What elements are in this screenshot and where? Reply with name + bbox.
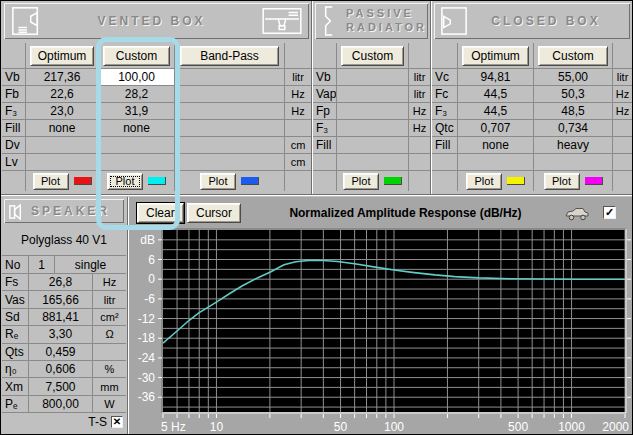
table-row: Fp Hz — [313, 103, 430, 120]
custom-value-cell[interactable]: none — [99, 120, 175, 137]
panel-closed-box: CLOSED BOX Optimum Custom Vc 94,81 55,00… — [432, 1, 632, 194]
optimum-value-cell: 94,81 — [458, 69, 534, 86]
table-row: Pₑ 800,00 W — [2, 396, 126, 413]
table-row: Vc 94,81 55,00 litr — [432, 69, 632, 86]
unit-cell: Hz — [285, 103, 311, 120]
row-label: No — [2, 256, 29, 274]
plot-cell-custom: Plot — [534, 171, 613, 191]
speaker-body: Polyglass 40 V1 No 1 single Fs 26,8 Hz V… — [2, 225, 126, 434]
custom-value-cell[interactable]: 55,00 — [534, 69, 613, 86]
closed-plot-row: Plot Plot — [432, 171, 632, 191]
plot-button-vented-optimum[interactable]: Plot — [33, 173, 69, 190]
custom-value-cell[interactable]: heavy — [534, 137, 613, 154]
svg-text:6: 6 — [148, 253, 155, 267]
unit-cell: Ω — [93, 326, 126, 343]
passive-column-header-row: Custom — [313, 43, 430, 69]
table-row: Qtc 0,707 0,734 — [432, 120, 632, 137]
custom-value-cell[interactable] — [337, 86, 409, 103]
custom-value-cell[interactable]: 100,00 — [99, 69, 175, 86]
svg-text:-30: -30 — [138, 371, 156, 385]
row-label: Vas — [2, 291, 29, 308]
unit-cell — [93, 344, 126, 361]
speaker-title: SPEAKER — [31, 204, 110, 218]
panel-passive-radiator: PASSIVE RADIATOR Custom Vb litr Vap — [313, 1, 430, 194]
svg-text:10: 10 — [210, 420, 224, 434]
unit-cell: litr — [285, 69, 311, 86]
custom-button[interactable]: Custom — [538, 46, 608, 66]
custom-value-cell[interactable] — [337, 154, 409, 171]
ts-checkbox[interactable]: ✕ — [111, 416, 123, 428]
svg-text:2000: 2000 — [602, 420, 629, 434]
clear-button[interactable]: Clear — [137, 203, 184, 223]
optimum-button[interactable]: Optimum — [462, 46, 530, 66]
unit-cell — [409, 137, 430, 154]
speaker-mode-cell[interactable]: single — [55, 256, 126, 274]
custom-value-cell[interactable] — [534, 154, 613, 171]
custom-value-cell[interactable]: 28,2 — [99, 86, 175, 103]
plot-cell-bandpass: Plot — [175, 171, 285, 191]
amplitude-response-plot[interactable]: dB60-6-12-18-24-30-365 Hz105010050010002… — [129, 197, 632, 435]
table-row: Vb 217,36 100,00 litr — [2, 69, 311, 86]
ts-row: T-S ✕ — [2, 413, 126, 430]
row-label: F₃ — [432, 103, 458, 120]
svg-text:100: 100 — [384, 420, 404, 434]
plot-button-closed-custom[interactable]: Plot — [544, 173, 580, 190]
unit-cell: % — [93, 361, 126, 378]
custom-value-cell[interactable] — [337, 69, 409, 86]
unit-cell: W — [93, 396, 126, 413]
row-label: Lv — [2, 154, 26, 171]
closed-box-table: Optimum Custom Vc 94,81 55,00 litr Fc 44… — [432, 43, 632, 191]
custom-value-cell[interactable] — [99, 137, 175, 154]
speaker-name[interactable]: Polyglass 40 V1 — [2, 225, 126, 256]
unit-cell: cm — [285, 137, 311, 154]
table-row: Lv cm — [2, 154, 311, 171]
parameter-value-cell: 800,00 — [29, 396, 93, 413]
parameter-value-cell: 165,66 — [29, 291, 93, 308]
row-label: Fill — [2, 120, 26, 137]
unit-cell: litr — [613, 69, 632, 86]
custom-value-cell[interactable]: 50,3 — [534, 86, 613, 103]
svg-text:0: 0 — [148, 272, 155, 286]
plot-button-passive[interactable]: Plot — [343, 173, 379, 190]
chart-checkbox[interactable]: ✓ — [603, 206, 616, 219]
custom-value-cell[interactable] — [337, 103, 409, 120]
optimum-button[interactable]: Optimum — [30, 46, 95, 66]
bandpass-button[interactable]: Band-Pass — [180, 46, 278, 66]
parameter-value-cell: 0,606 — [29, 361, 93, 378]
panel-chart: dB60-6-12-18-24-30-365 Hz105010050010002… — [129, 197, 632, 434]
closed-column-header-row: Optimum Custom — [432, 43, 632, 69]
plot-button-bandpass[interactable]: Plot — [200, 173, 236, 190]
custom-value-cell[interactable] — [337, 137, 409, 154]
custom-value-cell[interactable]: 48,5 — [534, 103, 613, 120]
optimum-value-cell — [26, 154, 99, 171]
custom-value-cell[interactable]: 31,9 — [99, 103, 175, 120]
plot-button-vented-custom[interactable]: Plot — [107, 173, 143, 190]
cursor-button[interactable]: Cursor — [187, 203, 241, 223]
table-row — [313, 154, 430, 171]
table-row: Fill — [313, 137, 430, 154]
plot-button-closed-optimum[interactable]: Plot — [466, 173, 502, 190]
custom-value-cell[interactable]: 0,734 — [534, 120, 613, 137]
passive-radiator-header: PASSIVE RADIATOR — [315, 3, 428, 39]
custom-value-cell[interactable] — [99, 154, 175, 171]
ts-label: T-S — [88, 415, 107, 429]
custom-value-cell[interactable] — [337, 120, 409, 137]
speaker-rows: Fs 26,8 Hz Vas 165,66 litr Sd 881,41 cm²… — [2, 274, 126, 413]
vented-box-icon — [10, 5, 42, 37]
bandpass-value-cell — [175, 86, 285, 103]
table-row: Fs 26,8 Hz — [2, 274, 126, 291]
plot-cell-optimum: Plot — [458, 171, 534, 191]
closed-box-header: CLOSED BOX — [434, 3, 630, 39]
speaker-no-row: No 1 single — [2, 256, 126, 274]
bandpass-value-cell — [175, 103, 285, 120]
bandpass-value-cell — [175, 69, 285, 86]
plot-cell-custom: Plot — [99, 171, 175, 191]
table-row: Rₑ 3,30 Ω — [2, 326, 126, 343]
custom-button[interactable]: Custom — [103, 46, 171, 66]
custom-button[interactable]: Custom — [341, 46, 405, 66]
panel-vented-box: VENTED BOX Optimum Custom Band-Pass — [2, 1, 311, 194]
table-row: Sd 881,41 cm² — [2, 309, 126, 326]
speaker-number-cell[interactable]: 1 — [29, 256, 55, 274]
closed-rows: Vc 94,81 55,00 litr Fc 44,5 50,3 Hz F₃ 4… — [432, 69, 632, 171]
row-label: Dv — [2, 137, 26, 154]
